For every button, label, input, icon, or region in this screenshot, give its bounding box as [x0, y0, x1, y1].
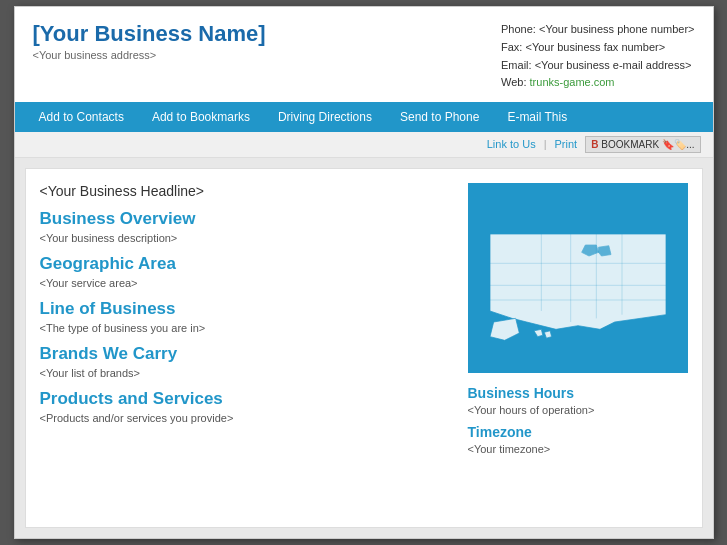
section-title-products: Products and Services: [40, 389, 452, 409]
nav-send-to-phone[interactable]: Send to Phone: [386, 102, 493, 132]
web-link[interactable]: trunks-game.com: [530, 76, 615, 88]
section-desc-products: <Products and/or services you provide>: [40, 412, 452, 424]
content-left: <Your Business Headline> Business Overvi…: [40, 183, 452, 513]
bookmark-label: BOOKMARK: [601, 139, 659, 150]
section-title-overview: Business Overview: [40, 209, 452, 229]
bookmark-button[interactable]: B BOOKMARK 🔖🏷️...: [585, 136, 700, 153]
right-section-desc-hours: <Your hours of operation>: [468, 404, 688, 416]
navbar: Add to Contacts Add to Bookmarks Driving…: [15, 102, 713, 132]
nav-email-this[interactable]: E-mail This: [493, 102, 581, 132]
section-title-geographic: Geographic Area: [40, 254, 452, 274]
right-section-title-hours: Business Hours: [468, 385, 688, 401]
link-to-us[interactable]: Link to Us: [487, 138, 536, 150]
utility-divider: |: [544, 138, 547, 150]
phone-info: Phone: <Your business phone number>: [501, 21, 694, 39]
web-label: Web:: [501, 76, 530, 88]
print-link[interactable]: Print: [555, 138, 578, 150]
right-section-title-timezone: Timezone: [468, 424, 688, 440]
fax-info: Fax: <Your business fax number>: [501, 39, 694, 57]
business-name: [Your Business Name]: [33, 21, 266, 47]
bookmark-icon: B: [591, 139, 598, 150]
us-map: [468, 183, 688, 373]
section-desc-brands: <Your list of brands>: [40, 367, 452, 379]
section-desc-lob: <The type of business you are in>: [40, 322, 452, 334]
right-section-desc-timezone: <Your timezone>: [468, 443, 688, 455]
section-title-brands: Brands We Carry: [40, 344, 452, 364]
content-right: Business Hours <Your hours of operation>…: [468, 183, 688, 513]
section-desc-geographic: <Your service area>: [40, 277, 452, 289]
business-headline: <Your Business Headline>: [40, 183, 452, 199]
header: [Your Business Name] <Your business addr…: [15, 7, 713, 101]
nav-add-bookmarks[interactable]: Add to Bookmarks: [138, 102, 264, 132]
nav-add-contacts[interactable]: Add to Contacts: [25, 102, 138, 132]
section-desc-overview: <Your business description>: [40, 232, 452, 244]
header-left: [Your Business Name] <Your business addr…: [33, 21, 266, 61]
content-area: <Your Business Headline> Business Overvi…: [25, 168, 703, 528]
map-container: [468, 183, 688, 373]
web-info: Web: trunks-game.com: [501, 74, 694, 92]
section-title-lob: Line of Business: [40, 299, 452, 319]
page-container: [Your Business Name] <Your business addr…: [14, 6, 714, 538]
header-right: Phone: <Your business phone number> Fax:…: [501, 21, 694, 91]
email-info: Email: <Your business e-mail address>: [501, 57, 694, 75]
business-address: <Your business address>: [33, 49, 266, 61]
bookmark-icons-extra: 🔖🏷️...: [662, 139, 694, 150]
utility-bar: Link to Us | Print B BOOKMARK 🔖🏷️...: [15, 132, 713, 158]
nav-driving-directions[interactable]: Driving Directions: [264, 102, 386, 132]
